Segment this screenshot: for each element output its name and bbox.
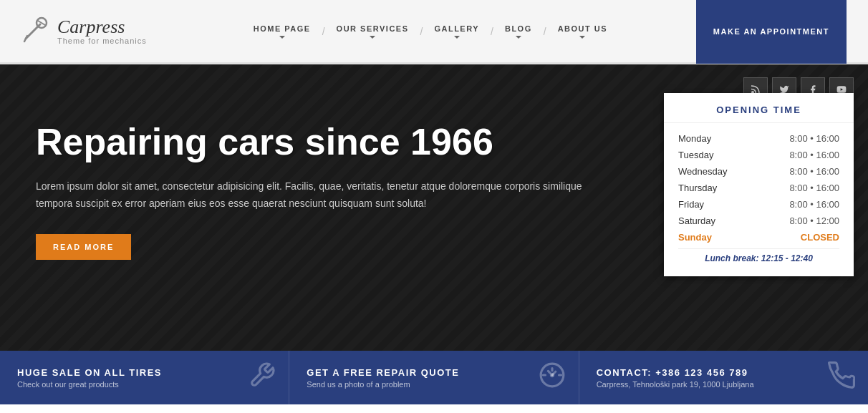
hero-description: Lorem ipsum dolor sit amet, consectetur … [36, 178, 587, 213]
bottom-quote-sub: Send us a photo of a problem [307, 380, 459, 389]
logo-icon [21, 14, 50, 48]
nav-blog-link[interactable]: BLOG [495, 24, 542, 39]
logo[interactable]: Carpress Theme for mechanics [21, 14, 165, 48]
nav-gallery[interactable]: GALLERY [424, 24, 489, 39]
nav-services-arrow [370, 36, 375, 39]
logo-title: Carpress [57, 18, 147, 37]
day-sunday: Sunday [678, 232, 712, 243]
bottom-contact-text: CONTACT: +386 123 456 789 Carpress, Tehn… [597, 367, 754, 389]
nav-blog[interactable]: BLOG [495, 24, 542, 39]
time-wednesday: 8:00 • 16:00 [789, 166, 839, 177]
cta-button[interactable]: MAKE AN APPOINTMENT [696, 0, 847, 64]
bottom-item-quote[interactable]: GET A FREE REPAIR QUOTE Send us a photo … [289, 351, 579, 404]
nav-about[interactable]: ABOUT US [548, 24, 617, 39]
nav-about-arrow [579, 36, 585, 39]
nav-sep-3: / [489, 26, 495, 37]
day-friday: Friday [678, 199, 704, 210]
time-tuesday: 8:00 • 16:00 [789, 150, 839, 160]
logo-text: Carpress Theme for mechanics [57, 18, 147, 45]
day-monday: Monday [678, 133, 711, 144]
day-thursday: Thursday [678, 183, 717, 193]
read-more-button[interactable]: READ MORE [36, 234, 131, 260]
nav-sep-1: / [321, 26, 327, 37]
opening-saturday: Saturday 8:00 • 12:00 [678, 213, 839, 229]
opening-thursday: Thursday 8:00 • 16:00 [678, 180, 839, 196]
svg-point-7 [551, 374, 553, 376]
phone-icon [828, 361, 855, 394]
day-tuesday: Tuesday [678, 150, 713, 160]
hero-content: Repairing cars since 1966 Lorem ipsum do… [0, 64, 623, 288]
nav-home-arrow [279, 36, 285, 39]
opening-title: OPENING TIME [678, 105, 839, 115]
opening-wednesday: Wednesday 8:00 • 16:00 [678, 163, 839, 180]
day-wednesday: Wednesday [678, 166, 727, 177]
main-nav: HOME PAGE / OUR SERVICES / GALLERY / BLO… [165, 24, 696, 39]
logo-subtitle: Theme for mechanics [57, 37, 147, 45]
bottom-contact-title: CONTACT: +386 123 456 789 [597, 367, 754, 378]
nav-home[interactable]: HOME PAGE [243, 24, 321, 39]
time-saturday: 8:00 • 12:00 [789, 215, 839, 226]
nav-gallery-link[interactable]: GALLERY [424, 24, 489, 39]
nav-gallery-arrow [454, 36, 460, 39]
hero-section: Repairing cars since 1966 Lorem ipsum do… [0, 64, 868, 351]
time-thursday: 8:00 • 16:00 [789, 183, 839, 193]
day-saturday: Saturday [678, 215, 715, 226]
nav-about-link[interactable]: ABOUT US [548, 24, 617, 39]
time-sunday: CLOSED [801, 232, 839, 243]
bottom-tires-sub: Check out our great products [17, 380, 162, 389]
wrench-icon [249, 361, 276, 394]
nav-home-link[interactable]: HOME PAGE [243, 24, 321, 39]
bottom-item-tires[interactable]: HUGE SALE ON ALL TIRES Check out our gre… [0, 351, 289, 404]
nav-sep-2: / [419, 26, 425, 37]
nav-blog-arrow [516, 36, 521, 39]
opening-time-widget: OPENING TIME Monday 8:00 • 16:00 Tuesday… [664, 93, 854, 276]
bottom-tires-text: HUGE SALE ON ALL TIRES Check out our gre… [17, 367, 162, 389]
opening-header: OPENING TIME [664, 93, 854, 123]
lunch-break: Lunch break: 12:15 - 12:40 [678, 248, 839, 266]
opening-monday: Monday 8:00 • 16:00 [678, 130, 839, 147]
time-monday: 8:00 • 16:00 [789, 133, 839, 144]
bottom-tires-title: HUGE SALE ON ALL TIRES [17, 367, 162, 378]
bottom-quote-title: GET A FREE REPAIR QUOTE [307, 367, 459, 378]
hero-title: Repairing cars since 1966 [36, 122, 587, 162]
bottom-item-contact[interactable]: CONTACT: +386 123 456 789 Carpress, Tehn… [579, 351, 868, 404]
bottom-bar: HUGE SALE ON ALL TIRES Check out our gre… [0, 351, 868, 404]
opening-friday: Friday 8:00 • 16:00 [678, 196, 839, 213]
nav-sep-4: / [542, 26, 548, 37]
bottom-contact-sub: Carpress, Tehnološki park 19, 1000 Ljubl… [597, 380, 754, 389]
opening-tuesday: Tuesday 8:00 • 16:00 [678, 147, 839, 163]
nav-services-link[interactable]: OUR SERVICES [327, 24, 419, 39]
bottom-quote-text: GET A FREE REPAIR QUOTE Send us a photo … [307, 367, 459, 389]
header: Carpress Theme for mechanics HOME PAGE /… [0, 0, 868, 64]
nav-services[interactable]: OUR SERVICES [327, 24, 419, 39]
opening-sunday: Sunday CLOSED [678, 229, 839, 246]
time-friday: 8:00 • 16:00 [789, 199, 839, 210]
gauge-icon [539, 361, 566, 394]
opening-body: Monday 8:00 • 16:00 Tuesday 8:00 • 16:00… [664, 123, 854, 276]
